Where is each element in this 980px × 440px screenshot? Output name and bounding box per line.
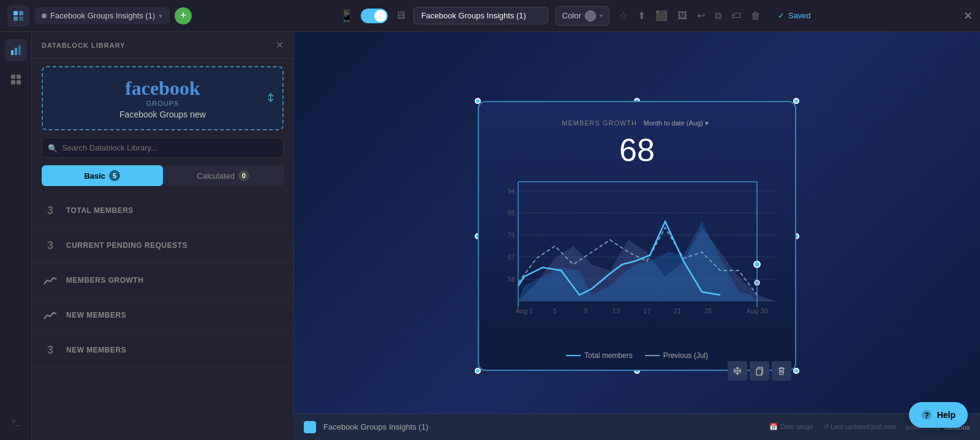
library-header: DATABLOCK LIBRARY ✕: [32, 32, 293, 59]
svg-rect-1: [19, 11, 23, 15]
library-title: DATABLOCK LIBRARY: [42, 42, 126, 49]
list-item-new-members-1[interactable]: NEW MEMBERS: [32, 298, 293, 333]
legend-previous: Previous (Jul): [645, 351, 708, 360]
saved-label: Saved: [788, 11, 811, 20]
svg-text:5: 5: [553, 307, 557, 315]
chart-widget-container: MEMBERS GROWTH Month to date (Aug) ▾ 68: [478, 101, 796, 371]
undo-icon[interactable]: ↩: [695, 7, 707, 24]
svg-rect-7: [11, 75, 15, 79]
sidebar-widget-icon[interactable]: [5, 69, 27, 91]
add-tab-button[interactable]: +: [175, 7, 192, 24]
facebook-groups-label: GROUPS: [146, 100, 179, 107]
search-box: 🔍: [42, 138, 284, 158]
sidebar-terminal-icon[interactable]: >_: [5, 411, 27, 433]
tab-calculated-count: 0: [238, 170, 249, 181]
chart-legend: Total members Previous (Jul): [494, 351, 780, 360]
delete-icon[interactable]: 🗑: [748, 8, 763, 24]
color-picker-button[interactable]: Color ▾: [556, 6, 609, 26]
facebook-logo: facebook: [125, 77, 200, 100]
screen-icon[interactable]: ⬛: [653, 7, 670, 24]
chart-svg-container: 94 85 76 67 58: [494, 173, 780, 346]
close-button[interactable]: ✕: [963, 9, 973, 23]
svg-rect-6: [18, 45, 21, 55]
chart-period-label[interactable]: Month to date (Aug) ▾: [643, 119, 708, 127]
dashboard-content: MEMBERS GROWTH Month to date (Aug) ▾ 68: [294, 32, 980, 440]
library-items-list: 3 TOTAL MEMBERS 3 CURRENT PENDING REQUES…: [32, 193, 293, 440]
resize-handle-br[interactable]: [793, 368, 799, 374]
chart-svg: 94 85 76 67 58: [494, 173, 782, 344]
item-icon-new-members-2: 3: [42, 341, 59, 359]
left-sidebar: >_: [0, 32, 32, 440]
tab-basic-label: Basic: [84, 171, 105, 181]
search-icon: 🔍: [48, 143, 58, 152]
toolbar-icons: ☆ ⬆ ⬛ 🖼 ↩ ⧉ 🏷 🗑: [617, 7, 763, 24]
item-label-total-members: TOTAL MEMBERS: [66, 206, 134, 215]
period-dropdown-icon: ▾: [705, 119, 709, 127]
tab-dropdown-icon[interactable]: ▾: [159, 12, 162, 20]
library-tabs: Basic 5 Calculated 0: [42, 165, 284, 186]
legend-total-members: Total members: [566, 351, 633, 360]
desktop-device-icon[interactable]: 🖥: [395, 9, 406, 22]
svg-rect-10: [17, 80, 21, 84]
widget-copy-button[interactable]: [750, 361, 769, 381]
saved-status: ✓ Saved: [778, 11, 811, 20]
svg-text:21: 21: [674, 307, 681, 315]
tab-basic[interactable]: Basic 5: [42, 165, 163, 186]
svg-rect-8: [17, 75, 21, 79]
color-swatch: [585, 10, 596, 21]
image-icon[interactable]: 🖼: [675, 8, 690, 24]
chart-main-value: 68: [494, 133, 780, 168]
svg-rect-9: [11, 80, 15, 84]
item-label-members-growth: MEMBERS GROWTH: [66, 276, 143, 285]
upload-icon[interactable]: ⬆: [635, 7, 648, 24]
svg-text:17: 17: [643, 307, 650, 315]
source-expand-icon[interactable]: [266, 91, 275, 105]
svg-rect-2: [13, 17, 18, 21]
svg-rect-4: [11, 50, 13, 55]
color-label: Color: [562, 11, 581, 20]
sidebar-chart-icon[interactable]: [5, 39, 27, 61]
tab-dot: [42, 13, 47, 18]
list-item-members-growth[interactable]: MEMBERS GROWTH: [32, 263, 293, 298]
list-item-pending-requests[interactable]: 3 CURRENT PENDING REQUESTS: [32, 228, 293, 263]
facebook-source-card[interactable]: facebook GROUPS Facebook Groups new: [42, 66, 284, 130]
svg-rect-3: [19, 17, 23, 21]
star-icon[interactable]: ☆: [617, 7, 630, 24]
tab-calculated[interactable]: Calculated 0: [163, 165, 284, 186]
active-tab[interactable]: Facebook Groups Insights (1) ▾: [34, 7, 170, 24]
chart-metric-label: MEMBERS GROWTH: [562, 119, 637, 127]
item-label-new-members-2: NEW MEMBERS: [66, 346, 126, 354]
app-logo[interactable]: [7, 5, 29, 27]
view-toggle[interactable]: [361, 9, 388, 23]
topbar: Facebook Groups Insights (1) ▾ + 📱 🖥 Col…: [0, 0, 980, 32]
widget-delete-button[interactable]: [772, 361, 791, 381]
list-item-total-members[interactable]: 3 TOTAL MEMBERS: [32, 193, 293, 228]
color-dropdown-icon: ▾: [600, 12, 603, 19]
library-close-button[interactable]: ✕: [276, 39, 284, 51]
legend-total-line: [566, 355, 581, 356]
library-panel: DATABLOCK LIBRARY ✕ facebook GROUPS Face…: [32, 32, 294, 440]
item-icon-total-members: 3: [42, 202, 59, 219]
mobile-device-icon[interactable]: 📱: [340, 9, 353, 23]
page-title-input[interactable]: [413, 7, 548, 24]
copy-icon[interactable]: ⧉: [712, 8, 724, 24]
item-icon-members-growth: [42, 272, 59, 289]
tag-icon[interactable]: 🏷: [729, 8, 744, 24]
saved-check-icon: ✓: [778, 11, 785, 20]
svg-text:25: 25: [704, 307, 712, 315]
chart-header: MEMBERS GROWTH Month to date (Aug) ▾: [494, 117, 780, 128]
list-item-new-members-2[interactable]: 3 NEW MEMBERS: [32, 333, 293, 368]
search-input[interactable]: [42, 138, 284, 158]
item-icon-new-members-1: [42, 307, 59, 324]
facebook-source-name: Facebook Groups new: [119, 110, 206, 119]
topbar-center: 📱 🖥 Color ▾ ☆ ⬆ ⬛ 🖼 ↩ ⧉ 🏷 🗑 ✓ Saved: [197, 6, 954, 26]
svg-text:Aug 1: Aug 1: [516, 307, 533, 315]
widget-move-button[interactable]: [728, 361, 747, 381]
tab-basic-count: 5: [109, 170, 120, 181]
item-label-new-members-1: NEW MEMBERS: [66, 311, 126, 319]
legend-total-label: Total members: [584, 351, 633, 360]
main-content: >_ DATABLOCK LIBRARY ✕ facebook GROUPS F…: [0, 32, 980, 440]
svg-text:94: 94: [508, 187, 515, 195]
svg-rect-5: [15, 48, 17, 55]
svg-rect-0: [13, 11, 18, 15]
